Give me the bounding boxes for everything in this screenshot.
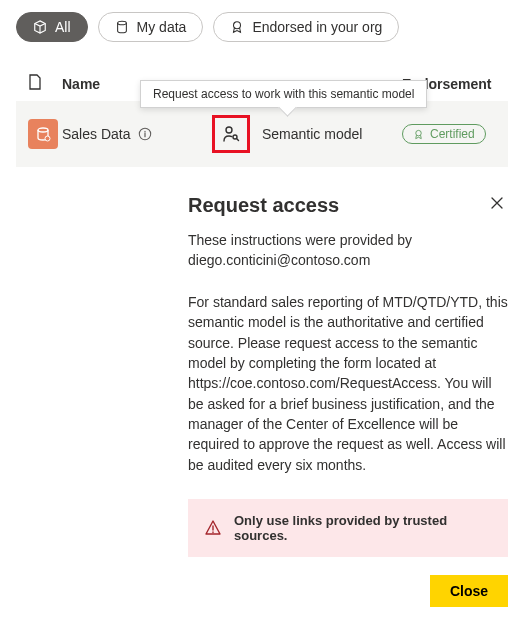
table-row[interactable]: Sales Data Semantic model Certified: [16, 101, 508, 167]
warning-icon: [204, 519, 222, 537]
row-type: Semantic model: [262, 126, 402, 142]
tooltip-text: Request access to work with this semanti…: [153, 87, 414, 101]
svg-point-7: [416, 130, 422, 136]
svg-point-3: [45, 136, 50, 141]
semantic-model-icon: [28, 119, 58, 149]
request-access-tooltip: Request access to work with this semanti…: [140, 80, 427, 108]
request-access-button[interactable]: [212, 115, 250, 153]
filter-endorsed-label: Endorsed in your org: [252, 19, 382, 35]
filter-endorsed[interactable]: Endorsed in your org: [213, 12, 399, 42]
ribbon-icon: [230, 20, 244, 34]
filter-row: All My data Endorsed in your org: [16, 12, 508, 42]
svg-point-5: [226, 127, 232, 133]
info-icon[interactable]: [138, 127, 152, 141]
svg-point-2: [38, 128, 48, 132]
column-icon-header: [28, 74, 62, 93]
panel-close-icon[interactable]: [486, 194, 508, 216]
row-name-text: Sales Data: [62, 126, 130, 142]
filter-all[interactable]: All: [16, 12, 88, 42]
badge-text: Certified: [430, 127, 475, 141]
svg-point-0: [117, 21, 126, 25]
warning-text: Only use links provided by trusted sourc…: [234, 513, 492, 543]
filter-all-label: All: [55, 19, 71, 35]
panel-title: Request access: [188, 194, 339, 217]
panel-provided-by: These instructions were provided by dieg…: [188, 231, 508, 270]
cube-icon: [33, 20, 47, 34]
database-icon: [115, 20, 129, 34]
filter-my-data-label: My data: [137, 19, 187, 35]
certified-badge: Certified: [402, 124, 486, 144]
svg-point-1: [234, 22, 241, 29]
close-button[interactable]: Close: [430, 575, 508, 607]
warning-banner: Only use links provided by trusted sourc…: [188, 499, 508, 557]
close-icon: [490, 196, 504, 210]
person-key-icon: [221, 124, 241, 144]
panel-body: For standard sales reporting of MTD/QTD/…: [188, 292, 508, 475]
ribbon-icon: [413, 129, 424, 140]
row-name: Sales Data: [62, 126, 212, 142]
filter-my-data[interactable]: My data: [98, 12, 204, 42]
request-access-panel: Request access These instructions were p…: [188, 194, 508, 607]
